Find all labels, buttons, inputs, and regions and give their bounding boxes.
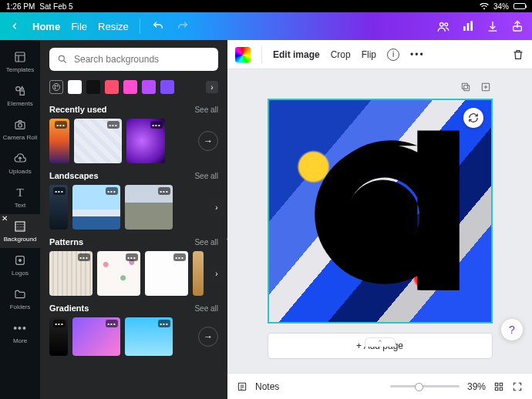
rail-logos[interactable]: Logos (0, 248, 40, 282)
palette-icon[interactable] (49, 80, 63, 94)
rail-templates[interactable]: Templates (0, 45, 40, 79)
rail-more[interactable]: ••• More (0, 316, 40, 350)
color-palette-row: › (40, 77, 227, 102)
zoom-value[interactable]: 39% (467, 381, 486, 392)
rail-elements[interactable]: Elements (0, 79, 40, 112)
add-page-icon[interactable] (479, 80, 493, 94)
color-red[interactable] (105, 80, 119, 94)
thumb-pat-2[interactable]: ••• (97, 251, 140, 296)
color-purple[interactable] (142, 80, 156, 94)
rail-text[interactable]: T Text (0, 180, 40, 214)
thumb-grad-1[interactable]: ••• (49, 317, 68, 356)
page-grid-handle[interactable]: ⌃ (365, 337, 396, 347)
color-white[interactable] (68, 80, 82, 94)
thumb-more-icon[interactable]: ••• (173, 253, 186, 261)
close-icon[interactable]: ✕ (2, 214, 8, 223)
recent-next-circle[interactable]: → (198, 131, 218, 151)
gradients-see-all[interactable]: See all (194, 304, 218, 313)
color-picker-icon[interactable] (235, 47, 251, 62)
thumb-grad-3[interactable]: ••• (125, 317, 173, 356)
gradients-next-circle[interactable]: → (198, 327, 218, 347)
section-gradients-title: Gradients (49, 303, 89, 313)
thumb-pat-4[interactable] (193, 251, 204, 296)
nav-rail: Templates Elements Camera Roll Uploads T… (0, 40, 40, 399)
svg-point-14 (59, 55, 64, 61)
delete-icon[interactable] (512, 49, 524, 61)
thumb-more-icon[interactable]: ••• (78, 253, 90, 261)
thumb-more-icon[interactable]: ••• (158, 320, 170, 327)
canvas-page[interactable] (268, 99, 493, 324)
canvas-scroll[interactable]: + Add page ? ⌃ (227, 69, 532, 373)
svg-rect-8 (20, 91, 24, 95)
landscapes-next[interactable]: › (210, 198, 223, 216)
info-icon[interactable]: i (387, 49, 399, 61)
thumb-land-2[interactable]: ••• (72, 185, 120, 230)
grid-view-icon[interactable] (493, 381, 504, 392)
templates-icon (13, 50, 27, 64)
colors-next[interactable]: › (206, 81, 218, 93)
resize-menu[interactable]: Resize (98, 21, 129, 32)
rail-camera-roll[interactable]: Camera Roll (0, 112, 40, 146)
regenerate-icon[interactable] (463, 108, 483, 128)
status-date: Sat Feb 5 (39, 2, 72, 11)
back-icon[interactable] (8, 19, 22, 33)
recent-see-all[interactable]: See all (194, 106, 218, 114)
landscapes-see-all[interactable]: See all (194, 172, 218, 180)
svg-point-7 (16, 87, 20, 91)
thumb-more-icon[interactable]: ••• (150, 121, 163, 129)
thumb-pat-1[interactable]: ••• (49, 251, 93, 296)
thumb-more-icon[interactable]: ••• (107, 121, 120, 129)
share-icon[interactable] (510, 19, 524, 33)
letter-a-shape (269, 100, 491, 322)
zoom-slider[interactable] (390, 385, 460, 387)
crop-button[interactable]: Crop (331, 49, 351, 60)
color-violet[interactable] (160, 80, 174, 94)
thumb-more-icon[interactable]: ••• (106, 320, 118, 327)
svg-rect-6 (15, 52, 25, 62)
rail-uploads[interactable]: Uploads (0, 146, 40, 180)
overflow-icon[interactable]: ••• (410, 49, 425, 60)
battery-percent: 34% (493, 2, 509, 11)
thumb-recent-3[interactable]: ••• (126, 119, 165, 163)
thumb-recent-2[interactable]: ••• (74, 119, 122, 163)
svg-rect-26 (495, 387, 498, 391)
svg-point-0 (440, 23, 444, 27)
download-icon[interactable] (486, 19, 500, 33)
thumb-grad-2[interactable]: ••• (72, 317, 120, 356)
flip-button[interactable]: Flip (362, 49, 376, 60)
search-input-wrap[interactable] (49, 48, 218, 71)
thumb-land-3[interactable]: ••• (125, 185, 173, 230)
thumb-pat-3[interactable]: ••• (145, 251, 188, 296)
patterns-see-all[interactable]: See all (194, 238, 218, 246)
color-black[interactable] (86, 80, 100, 94)
notes-icon[interactable] (237, 381, 247, 392)
redo-icon[interactable] (176, 19, 190, 33)
search-input[interactable] (74, 54, 210, 65)
thumb-more-icon[interactable]: ••• (55, 121, 67, 129)
camera-icon (13, 118, 27, 132)
undo-icon[interactable] (151, 19, 165, 33)
file-menu[interactable]: File (71, 21, 87, 32)
patterns-next[interactable]: › (210, 264, 223, 283)
thumb-more-icon[interactable]: ••• (158, 187, 170, 195)
thumb-more-icon[interactable]: ••• (126, 253, 138, 261)
thumb-more-icon[interactable]: ••• (53, 320, 66, 327)
rail-folders[interactable]: Folders (0, 282, 40, 316)
color-pink[interactable] (123, 80, 137, 94)
notes-button[interactable]: Notes (255, 381, 279, 392)
thumb-more-icon[interactable]: ••• (53, 187, 66, 195)
collaborators-icon[interactable] (436, 19, 450, 33)
search-icon (57, 54, 68, 65)
home-button[interactable]: Home (32, 21, 60, 32)
insights-icon[interactable] (461, 19, 475, 33)
backgrounds-panel: › Recently used See all ‹ ••• ••• ••• → … (40, 40, 227, 399)
rail-background[interactable]: ✕ Background (0, 214, 40, 248)
thumb-land-1[interactable]: ••• (49, 185, 68, 230)
help-icon[interactable]: ? (501, 319, 523, 340)
thumb-recent-1[interactable]: ••• (49, 119, 69, 163)
edit-image-button[interactable]: Edit image (273, 49, 320, 60)
background-icon (13, 220, 27, 233)
thumb-more-icon[interactable]: ••• (106, 187, 118, 195)
fullscreen-icon[interactable] (512, 381, 523, 392)
duplicate-page-icon[interactable] (459, 80, 473, 94)
